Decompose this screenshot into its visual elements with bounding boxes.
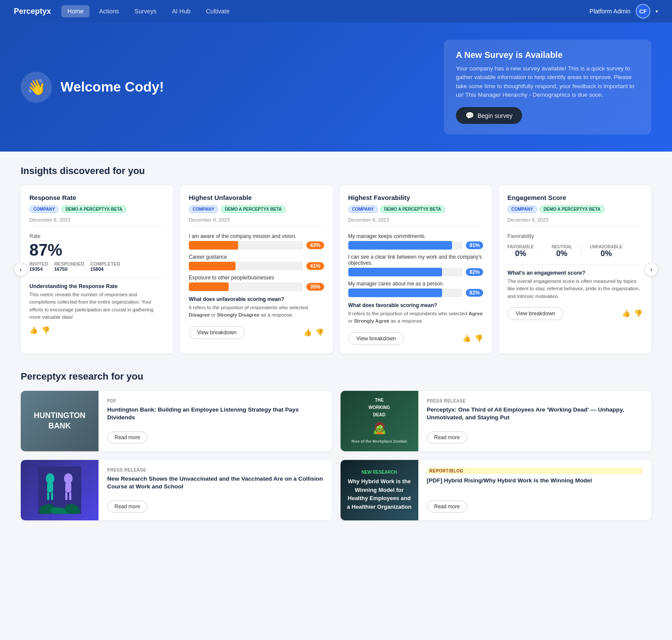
hero-welcome: 👋 Welcome Cody! bbox=[21, 72, 423, 103]
research-article-1-image: HUNTINGTON BANK bbox=[21, 391, 99, 451]
survey-card-description: Your company has a new survey available!… bbox=[456, 64, 639, 99]
svg-rect-6 bbox=[65, 483, 71, 492]
unfavorable-date: December 8, 2023 bbox=[189, 217, 324, 227]
responded-stat: RESPONDED 16750 bbox=[54, 261, 84, 272]
research-article-4-badge: REPORT/BLOG bbox=[427, 468, 643, 474]
nav-item-cultivate[interactable]: Cultivate bbox=[200, 5, 236, 17]
insights-row: ‹ Response Rate COMPANY DEMO A PERCEPTYX… bbox=[21, 185, 651, 354]
favorability-label: Favorability bbox=[507, 233, 643, 239]
favorability-footer: View breakdown 👍 👎 bbox=[348, 332, 484, 345]
research-article-3-content: PRESS RELEASE New Research Shows the Unv… bbox=[99, 460, 332, 520]
research-article-4-top: REPORT/BLOG [PDF] Hybrid Rising/Why Hybi… bbox=[427, 468, 643, 490]
thumbs-up-button-2[interactable]: 👍 bbox=[303, 328, 312, 336]
thumbs-down-button-2[interactable]: 👎 bbox=[315, 328, 324, 336]
admin-label: Platform Admin bbox=[589, 8, 631, 15]
research-article-2-read-more[interactable]: Read more bbox=[427, 431, 467, 444]
response-desc: This metric reveals the number of respon… bbox=[29, 291, 165, 321]
thumbs-up-button-4[interactable]: 👍 bbox=[622, 309, 631, 317]
highest-unfavorable-card: Highest Unfavorable COMPANY DEMO A PERCE… bbox=[180, 185, 333, 354]
hero-section: 👋 Welcome Cody! A New Survey is Availabl… bbox=[0, 22, 672, 152]
engagement-thumbs: 👍 👎 bbox=[622, 309, 643, 317]
research-article-4-title: [PDF] Hybrid Rising/Why Hybird Work is t… bbox=[427, 477, 643, 485]
badge-demo-2: DEMO A PERCEPTYX BETA bbox=[221, 206, 286, 213]
research-article-2: THE WORKING DEAD 🧟 Rise of the Workplace… bbox=[341, 391, 652, 451]
engagement-view-breakdown-button[interactable]: View breakdown bbox=[507, 307, 564, 320]
fav-bar-3: My manager cares about me as a person. 8… bbox=[348, 281, 484, 297]
research-article-1-title: Huntington Bank: Building an Employee Li… bbox=[107, 406, 323, 422]
nav-right: Platform Admin CF ▾ bbox=[589, 4, 658, 19]
thumbs-down-button-3[interactable]: 👎 bbox=[475, 334, 483, 342]
badge-company-3: COMPANY bbox=[348, 206, 378, 213]
response-rate-date: December 8, 2023 bbox=[29, 217, 165, 227]
insights-section-title: Insights discovered for you bbox=[21, 165, 651, 177]
badge-demo: DEMO A PERCEPTYX BETA bbox=[61, 206, 126, 213]
research-article-3: PRESS RELEASE New Research Shows the Unv… bbox=[21, 460, 332, 520]
research-article-3-badge: PRESS RELEASE bbox=[107, 468, 323, 472]
research-article-1-read-more[interactable]: Read more bbox=[107, 431, 147, 444]
engagement-what-desc: The overall engagement score is often me… bbox=[507, 278, 643, 300]
research-article-4-content: REPORT/BLOG [PDF] Hybrid Rising/Why Hybi… bbox=[418, 460, 652, 520]
main-content: Insights discovered for you ‹ Response R… bbox=[0, 152, 672, 551]
rate-value: 87% bbox=[29, 241, 165, 260]
survey-notification-card: A New Survey is Available Your company h… bbox=[444, 40, 651, 134]
nav-item-ai-hub[interactable]: AI Hub bbox=[166, 5, 197, 17]
invited-stat: INVITED 19354 bbox=[29, 261, 48, 272]
carousel-arrow-left[interactable]: ‹ bbox=[14, 263, 28, 276]
thumbs-up-button-3[interactable]: 👍 bbox=[462, 334, 471, 342]
nav-item-surveys[interactable]: Surveys bbox=[128, 5, 162, 17]
research-article-1: HUNTINGTON BANK PDF Huntington Bank: Bui… bbox=[21, 391, 332, 451]
badge-demo-3: DEMO A PERCEPTYX BETA bbox=[380, 206, 445, 213]
engagement-stats-row: FAVORABLE 0% NEUTRAL 0% UNFAVORABLE 0% bbox=[507, 244, 643, 258]
research-article-3-read-more[interactable]: Read more bbox=[107, 501, 147, 513]
research-section-title: Perceptyx research for you bbox=[21, 371, 651, 382]
research-article-1-badge: PDF bbox=[107, 399, 323, 403]
thumbs-down-button-4[interactable]: 👎 bbox=[634, 309, 643, 317]
unfav-bar-1: I am aware of the company mission and vi… bbox=[189, 233, 324, 250]
research-article-4-read-more[interactable]: Read more bbox=[427, 501, 467, 513]
svg-rect-3 bbox=[47, 492, 49, 500]
response-rate-badges: COMPANY DEMO A PERCEPTYX BETA bbox=[29, 206, 165, 213]
research-article-1-top: PDF Huntington Bank: Building an Employe… bbox=[107, 399, 323, 428]
research-article-2-image: THE WORKING DEAD 🧟 Rise of the Workplace… bbox=[341, 391, 418, 451]
begin-survey-button[interactable]: 💬 Begin survey bbox=[456, 107, 522, 124]
research-article-3-title: New Research Shows the Unvaccinated and … bbox=[107, 475, 323, 491]
unfavorable-title: Highest Unfavorable bbox=[189, 194, 324, 201]
completed-stat: COMPLETED 15804 bbox=[90, 261, 120, 272]
research-article-2-badge: PRESS RELEASE bbox=[427, 399, 643, 403]
badge-company-4: COMPANY bbox=[507, 206, 537, 213]
engagement-badges: COMPANY DEMO A PERCEPTYX BETA bbox=[507, 206, 643, 213]
rate-stats: INVITED 19354 RESPONDED 16750 COMPLETED … bbox=[29, 261, 165, 272]
response-desc-title: Understanding the Response Rate bbox=[29, 283, 165, 289]
engagement-score-card: Engagement Score COMPANY DEMO A PERCEPTY… bbox=[499, 185, 651, 354]
badge-company-2: COMPANY bbox=[189, 206, 218, 213]
fav-bar-2: I can see a clear link between my work a… bbox=[348, 254, 484, 276]
research-article-3-image bbox=[21, 460, 99, 520]
engagement-footer: View breakdown 👍 👎 bbox=[507, 307, 643, 320]
favorability-badges: COMPANY DEMO A PERCEPTYX BETA bbox=[348, 206, 484, 213]
nav-item-home[interactable]: Home bbox=[61, 5, 89, 17]
welcome-title: Welcome Cody! bbox=[61, 79, 164, 95]
logo: Perceptyx bbox=[14, 7, 51, 16]
avatar[interactable]: CF bbox=[636, 4, 650, 19]
nav-item-actions[interactable]: Actions bbox=[93, 5, 125, 17]
favorability-title: Highest Favorability bbox=[348, 194, 484, 201]
carousel-arrow-right[interactable]: › bbox=[644, 263, 658, 276]
svg-rect-4 bbox=[51, 492, 53, 500]
svg-rect-7 bbox=[65, 492, 67, 500]
favorability-thumbs: 👍 👎 bbox=[462, 334, 483, 342]
research-article-2-title: Perceptyx: One Third of All Employees Ar… bbox=[427, 406, 643, 422]
unfavorable-view-breakdown-button[interactable]: View breakdown bbox=[189, 326, 245, 339]
svg-rect-8 bbox=[69, 492, 71, 500]
navigation: Perceptyx Home Actions Surveys AI Hub Cu… bbox=[0, 0, 672, 22]
fav-desc: It refers to the proportion of responden… bbox=[348, 310, 484, 325]
unfav-desc: It refers to the proportion of responden… bbox=[189, 304, 324, 319]
chevron-down-icon[interactable]: ▾ bbox=[656, 9, 658, 14]
thumbs-up-button[interactable]: 👍 bbox=[29, 326, 38, 334]
research-article-2-content: PRESS RELEASE Perceptyx: One Third of Al… bbox=[418, 391, 652, 451]
engagement-title: Engagement Score bbox=[507, 194, 643, 201]
response-rate-title: Response Rate bbox=[29, 194, 165, 201]
favorability-view-breakdown-button[interactable]: View breakdown bbox=[348, 332, 404, 345]
unfav-desc-title: What does unfavorable scoring mean? bbox=[189, 296, 324, 302]
thumbs-down-button[interactable]: 👎 bbox=[41, 326, 50, 334]
unfavorable-thumbs: 👍 👎 bbox=[303, 328, 324, 336]
